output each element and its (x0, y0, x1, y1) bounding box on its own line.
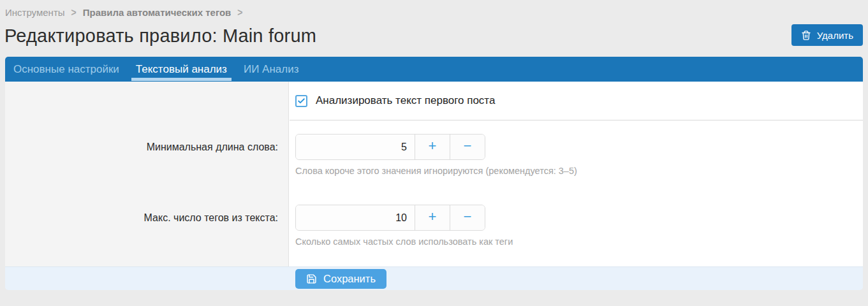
tab-label: Текстовый анализ (136, 63, 227, 76)
max-tags-content: + − Сколько самых частых слов использова… (290, 177, 863, 247)
max-tags-stepper: + − (295, 205, 485, 231)
max-tags-row: Макс. число тегов из текста: + − Сколько… (5, 177, 863, 247)
tab-label: ИИ Анализ (244, 63, 299, 76)
page-header: Редактировать правило: Main forum Удалит… (0, 18, 868, 57)
empty-label-cell (5, 82, 290, 120)
min-word-length-hint: Слова короче этого значения игнорируются… (295, 166, 863, 177)
delete-button-label: Удалить (817, 30, 853, 41)
tab-ai-analysis[interactable]: ИИ Анализ (235, 57, 307, 82)
trash-icon (801, 30, 811, 41)
breadcrumb: Инструменты > Правила автоматических тег… (0, 0, 868, 18)
analyze-first-post-checkbox[interactable] (295, 95, 307, 107)
max-tags-hint: Сколько самых частых слов использовать к… (295, 237, 863, 247)
save-button[interactable]: Сохранить (295, 269, 386, 289)
max-tags-input[interactable] (296, 205, 415, 230)
min-word-length-content: + − Слова короче этого значения игнориру… (290, 120, 863, 177)
tab-basic-settings[interactable]: Основные настройки (5, 57, 128, 82)
breadcrumb-item-auto-tag-rules[interactable]: Правила автоматических тегов (83, 6, 232, 18)
min-word-length-decrement-button[interactable]: − (450, 135, 485, 159)
active-tab-underline (131, 78, 232, 81)
max-tags-increment-button[interactable]: + (415, 205, 450, 230)
min-word-length-input[interactable] (296, 135, 415, 159)
save-floppy-icon (306, 273, 317, 284)
analyze-first-post-row: Анализировать текст первого поста (5, 82, 863, 120)
page-title: Редактировать правило: Main forum (4, 23, 316, 48)
max-tags-label: Макс. число тегов из текста: (5, 177, 290, 247)
analyze-first-post-label[interactable]: Анализировать текст первого поста (316, 94, 495, 107)
submit-bar: Сохранить (5, 266, 863, 290)
chevron-right-icon: > (237, 6, 242, 20)
tab-text-analysis[interactable]: Текстовый анализ (128, 57, 235, 82)
tab-label: Основные настройки (13, 63, 119, 76)
analyze-first-post-content: Анализировать текст первого поста (290, 82, 863, 120)
chevron-right-icon: > (71, 6, 77, 20)
delete-button[interactable]: Удалить (791, 24, 863, 46)
min-word-length-row: Минимальная длина слова: + − Слова короч… (5, 120, 863, 177)
min-word-length-label: Минимальная длина слова: (5, 120, 290, 177)
tab-bar: Основные настройки Текстовый анализ ИИ А… (5, 57, 863, 82)
save-button-label: Сохранить (323, 273, 376, 285)
min-word-length-stepper: + − (295, 134, 485, 160)
breadcrumb-item-tools[interactable]: Инструменты (5, 6, 65, 18)
max-tags-decrement-button[interactable]: − (450, 205, 485, 230)
min-word-length-increment-button[interactable]: + (415, 135, 450, 159)
checkmark-icon (297, 97, 305, 105)
text-analysis-form: Анализировать текст первого поста Минима… (5, 82, 863, 266)
rule-edit-panel: Основные настройки Текстовый анализ ИИ А… (5, 57, 863, 290)
